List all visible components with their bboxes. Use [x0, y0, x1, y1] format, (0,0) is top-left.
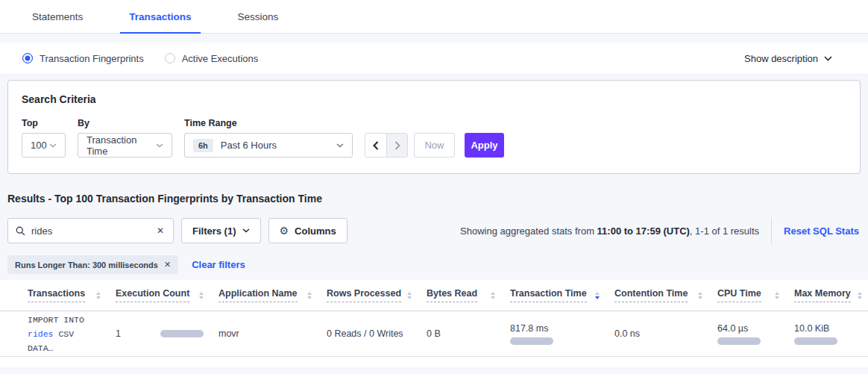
remove-filter-icon[interactable]: ✕ — [164, 260, 171, 269]
sql-line-1: IMPORT INTO — [28, 313, 101, 327]
table-header-row: Transactions Execution Count Application… — [0, 280, 868, 311]
chevron-down-icon — [49, 143, 57, 148]
time-range-badge: 6h — [193, 139, 213, 152]
by-label: By — [78, 118, 172, 128]
execution-count-bar — [160, 330, 204, 337]
time-range-field-group: Time Range 6h Past 6 Hours — [184, 118, 353, 158]
column-header-label: Transactions — [28, 288, 85, 302]
cpu-time-cell: 64.0 µs — [717, 323, 794, 345]
column-header-label: Rows Processed — [327, 288, 401, 302]
column-header-label: Execution Count — [116, 288, 189, 302]
application-name-cell: movr — [218, 328, 327, 339]
contention-time-cell: 0.0 ns — [614, 328, 717, 339]
sort-icon[interactable] — [307, 292, 312, 299]
vertical-divider — [771, 217, 772, 244]
filter-pill: Runs Longer Than: 300 milliseconds ✕ — [7, 255, 178, 274]
previous-time-window-button[interactable] — [365, 134, 386, 157]
search-input[interactable] — [31, 225, 155, 237]
time-range-value: Past 6 Hours — [221, 140, 277, 151]
results-controls-row: ✕ Filters (1) ⚙ Columns Showing aggregat… — [7, 217, 861, 244]
top-field-group: Top 100 — [22, 118, 66, 158]
gear-icon: ⚙ — [280, 225, 289, 236]
bytes-read-cell: 0 B — [427, 328, 510, 339]
table-row: IMPORT INTO rides CSV DATA… 1 movr 0 Rea… — [0, 311, 868, 357]
by-select-value: Transaction Time — [87, 134, 156, 157]
transaction-time-value: 817.8 ms — [510, 323, 600, 334]
next-time-window-button[interactable] — [386, 134, 407, 157]
radio-active-executions[interactable]: Active Executions — [165, 53, 259, 64]
transaction-time-cell: 817.8 ms — [510, 323, 614, 345]
columns-button[interactable]: ⚙ Columns — [268, 218, 347, 243]
top-tab-bar: Statements Transactions Sessions — [0, 0, 868, 34]
stats-prefix: Showing aggregated stats from — [460, 225, 597, 237]
radio-unselected-icon[interactable] — [165, 53, 175, 63]
column-header-label: CPU Time — [717, 288, 761, 302]
cpu-time-bar — [717, 337, 761, 345]
column-header-cpu-time[interactable]: CPU Time — [717, 288, 794, 302]
column-header-transactions[interactable]: Transactions — [28, 288, 116, 302]
top-label: Top — [22, 118, 66, 128]
search-box: ✕ — [7, 218, 174, 243]
column-header-max-memory[interactable]: Max Memory — [794, 288, 868, 302]
results-heading: Results - Top 100 Transaction Fingerprin… — [7, 193, 861, 205]
show-description-toggle[interactable]: Show description — [744, 53, 832, 64]
column-header-label: Contention Time — [614, 288, 688, 302]
sort-icon[interactable] — [96, 292, 101, 299]
view-toggle-bar: Transaction Fingerprints Active Executio… — [0, 43, 868, 75]
chevron-right-icon — [394, 141, 400, 150]
transaction-fingerprint-link[interactable]: IMPORT INTO rides CSV DATA… — [28, 313, 116, 355]
chevron-down-icon — [824, 56, 832, 61]
sql-search-match: rides — [28, 329, 54, 339]
tab-transactions[interactable]: Transactions — [120, 0, 200, 33]
cpu-time-value: 64.0 µs — [717, 323, 779, 334]
top-select[interactable]: 100 — [22, 133, 66, 158]
chevron-down-icon — [336, 143, 344, 148]
max-memory-bar — [794, 337, 837, 345]
clear-filters-link[interactable]: Clear filters — [192, 259, 245, 270]
filters-button-label: Filters (1) — [192, 225, 236, 237]
transactions-page: Statements Transactions Sessions Transac… — [0, 0, 868, 374]
now-button[interactable]: Now — [414, 133, 455, 158]
results-table: Transactions Execution Count Application… — [0, 280, 868, 367]
reset-sql-stats-link[interactable]: Reset SQL Stats — [784, 225, 859, 237]
stats-suffix: , 1-1 of 1 results — [690, 225, 759, 237]
time-range-select[interactable]: 6h Past 6 Hours — [184, 133, 353, 158]
column-header-execution-count[interactable]: Execution Count — [116, 288, 218, 302]
column-header-label: Max Memory — [794, 288, 851, 302]
radio-transaction-fingerprints[interactable]: Transaction Fingerprints — [22, 53, 144, 64]
show-description-label: Show description — [744, 53, 818, 64]
apply-button[interactable]: Apply — [465, 133, 504, 158]
execution-count-cell: 1 — [116, 328, 218, 339]
sort-icon[interactable] — [595, 292, 600, 299]
sort-icon[interactable] — [491, 292, 495, 299]
active-filters-row: Runs Longer Than: 300 milliseconds ✕ Cle… — [7, 255, 861, 274]
sort-icon[interactable] — [199, 292, 204, 299]
sql-line-2: rides CSV DATA… — [28, 327, 101, 355]
by-select[interactable]: Transaction Time — [78, 133, 172, 158]
stats-time-range: 11:00 to 17:59 (UTC) — [597, 225, 690, 237]
clear-search-icon[interactable]: ✕ — [155, 225, 166, 236]
sort-icon[interactable] — [407, 292, 412, 299]
filter-pill-label: Runs Longer Than: 300 milliseconds — [15, 261, 158, 269]
column-header-transaction-time[interactable]: Transaction Time — [510, 288, 614, 302]
column-header-application-name[interactable]: Application Name — [218, 288, 327, 302]
radio-label: Active Executions — [182, 53, 259, 64]
column-header-label: Application Name — [218, 288, 298, 302]
time-window-nav — [365, 133, 408, 158]
search-criteria-card: Search Criteria Top 100 By Transaction T… — [7, 80, 861, 174]
sort-icon[interactable] — [775, 292, 779, 299]
tab-statements[interactable]: Statements — [23, 0, 92, 33]
radio-selected-icon[interactable] — [22, 53, 33, 63]
column-header-label: Transaction Time — [510, 288, 587, 302]
by-field-group: By Transaction Time — [78, 118, 172, 158]
sort-icon[interactable] — [698, 292, 702, 299]
column-header-contention-time[interactable]: Contention Time — [614, 288, 717, 302]
column-header-rows-processed[interactable]: Rows Processed — [327, 288, 427, 302]
top-select-value: 100 — [31, 140, 47, 151]
execution-count-value: 1 — [116, 328, 121, 339]
filters-button[interactable]: Filters (1) — [181, 218, 261, 243]
column-header-bytes-read[interactable]: Bytes Read — [427, 288, 510, 302]
tab-sessions[interactable]: Sessions — [229, 0, 288, 33]
sort-icon[interactable] — [858, 292, 862, 299]
aggregated-stats-text: Showing aggregated stats from 11:00 to 1… — [460, 225, 759, 237]
